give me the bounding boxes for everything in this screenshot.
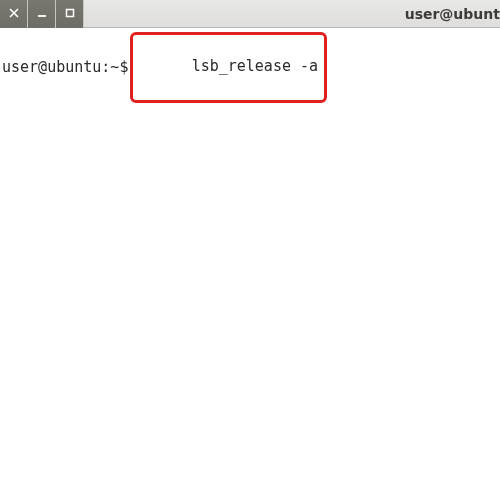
svg-rect-0: [66, 10, 73, 17]
shell-prompt: user@ubuntu:~$: [2, 58, 128, 78]
shell-command: lsb_release -a: [192, 57, 318, 75]
close-icon: [9, 8, 19, 20]
terminal-body[interactable]: user@ubuntu:~$ lsb_release -a: [0, 28, 500, 107]
minimize-icon: [37, 8, 47, 20]
window-title: user@ubunt: [405, 0, 500, 28]
close-button[interactable]: [0, 0, 28, 28]
maximize-icon: [65, 8, 75, 20]
prompt-line: user@ubuntu:~$ lsb_release -a: [2, 32, 498, 103]
window-controls: [0, 0, 84, 27]
minimize-button[interactable]: [28, 0, 56, 28]
maximize-button[interactable]: [56, 0, 84, 28]
window-titlebar: user@ubunt: [0, 0, 500, 28]
highlighted-command-box: lsb_release -a: [130, 32, 327, 103]
